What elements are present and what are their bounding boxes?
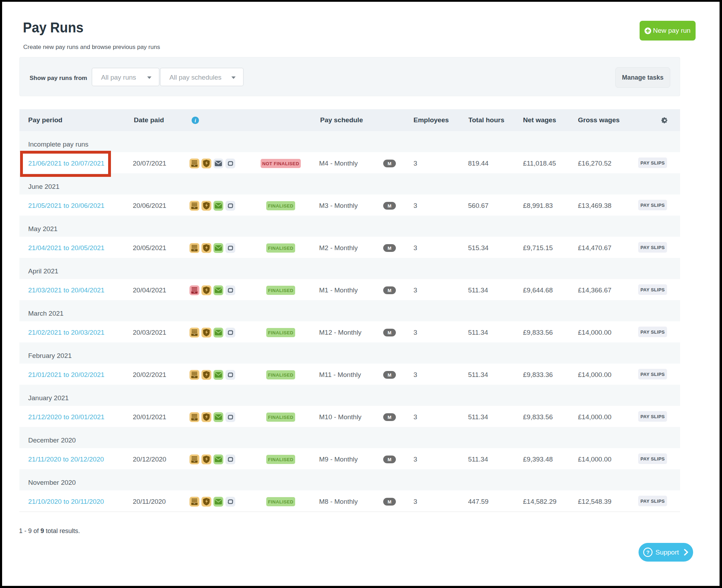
svg-text:?: ? (646, 549, 649, 555)
